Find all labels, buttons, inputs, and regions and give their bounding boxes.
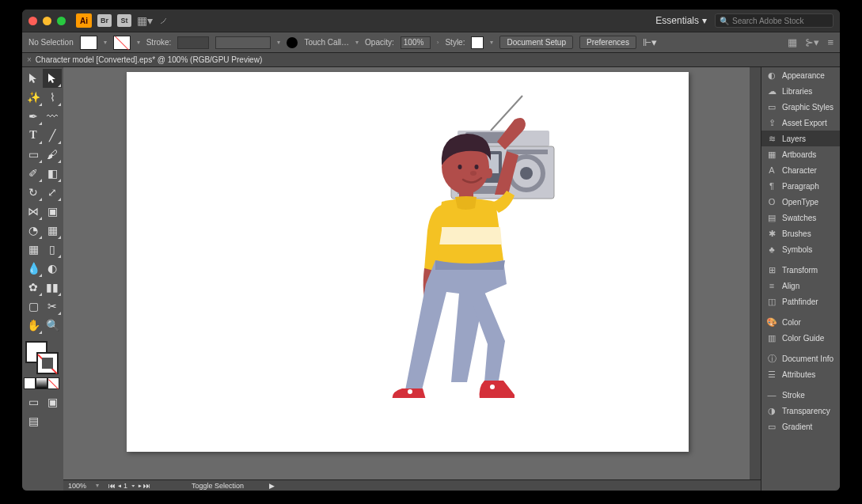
panel-opentype[interactable]: OOpenType [761,194,840,210]
arrange-documents-icon[interactable]: ▦▾ [137,14,153,27]
menu-icon[interactable]: ≡ [827,36,834,48]
gradient-tool[interactable]: ▯ [43,240,62,259]
transform-icon[interactable]: ⊱▾ [805,36,819,48]
panel-color-guide[interactable]: ▥Color Guide [761,330,840,346]
svg-point-18 [408,389,412,394]
rectangle-tool[interactable]: ▭ [24,145,43,164]
artboard-nav[interactable]: ⏮ ◀ 1 ▾ ▶ ⏭ [108,482,150,490]
scale-tool[interactable]: ⤢ [43,183,62,202]
paintbrush-tool[interactable]: 🖌 [43,145,62,164]
panel-paragraph[interactable]: ¶Paragraph [761,178,840,194]
style-swatch[interactable] [471,36,484,49]
canvas-area[interactable]: 100% ▾ ⏮ ◀ 1 ▾ ▶ ⏭ Toggle Selection ▶ [63,67,761,491]
line-segment-tool[interactable]: ╱ [43,126,62,145]
align-icon: ≡ [766,280,777,291]
panel-pathfinder[interactable]: ◫Pathfinder [761,294,840,309]
play-icon[interactable]: ▶ [269,482,275,490]
panel-appearance[interactable]: ◐Appearance [761,67,840,83]
document-setup-button[interactable]: Document Setup [499,36,573,49]
color-mode-none[interactable] [47,377,59,389]
free-transform-tool[interactable]: ▣ [43,202,62,221]
stock-badge[interactable]: St [117,14,131,27]
panel-layers[interactable]: ≋Layers [761,131,840,146]
maximize-window[interactable] [57,17,66,25]
opacity-chevron[interactable]: › [437,39,439,46]
panel-attributes[interactable]: ☰Attributes [761,366,840,382]
zoom-tool[interactable]: 🔍 [43,316,62,335]
fill-swatch[interactable] [80,36,97,50]
preferences-button[interactable]: Preferences [579,36,636,49]
panel-artboards[interactable]: ▦Artboards [761,146,840,162]
panel-swatches[interactable]: ▤Swatches [761,210,840,225]
zoom-level[interactable]: 100% [68,482,86,490]
panel-gradient[interactable]: ▭Gradient [761,419,840,434]
color-mode-gradient[interactable] [36,377,47,389]
stroke-swatch[interactable] [113,36,131,50]
symbol-sprayer-tool[interactable]: ✿ [24,278,43,297]
brush-label[interactable]: Touch Call… [304,38,349,47]
search-stock-input[interactable]: 🔍 Search Adobe Stock [715,13,834,28]
shaper-tool[interactable]: ✐ [24,164,43,183]
panel-symbols[interactable]: ♣Symbols [761,241,840,257]
align-to-icon[interactable]: ⊩▾ [643,36,657,48]
selection-tool[interactable] [24,69,43,88]
color-mode-solid[interactable] [24,377,36,389]
gpu-icon[interactable]: ⟋ [158,14,169,27]
lasso-tool[interactable]: ⌇ [43,88,62,107]
close-window[interactable] [28,17,37,25]
panel-label: Appearance [782,71,825,80]
hand-tool[interactable]: ✋ [24,316,43,335]
panel-brushes[interactable]: ✱Brushes [761,225,840,241]
screen-mode-full[interactable]: ▣ [43,392,62,411]
magic-wand-tool[interactable]: ✨ [24,88,43,107]
snap-icon[interactable]: ▦ [788,36,797,48]
screen-mode-normal[interactable]: ▭ [24,392,43,411]
pen-tool[interactable]: ✒ [24,107,43,126]
panel-label: Libraries [782,87,812,96]
panel-transform[interactable]: ⊞Transform [761,262,840,278]
fill-stroke-control[interactable] [24,339,60,376]
eyedropper-tool[interactable]: 💧 [24,259,43,278]
panel-character[interactable]: ACharacter [761,162,840,178]
artboard[interactable] [127,72,689,452]
width-tool[interactable]: ⋈ [24,202,43,221]
panel-label: Artboards [782,150,816,159]
panel-libraries[interactable]: ☁Libraries [761,83,840,99]
blend-tool[interactable]: ◐ [43,259,62,278]
panel-asset-export[interactable]: ⇪Asset Export [761,115,840,131]
mesh-tool[interactable]: ▦ [24,240,43,259]
rotate-tool[interactable]: ↻ [24,183,43,202]
panel-document-info[interactable]: ⓘDocument Info [761,351,840,366]
titlebar: Ai Br St ▦▾ ⟋ Essentials ▾ 🔍 Search Adob… [22,9,840,32]
character-artwork [127,72,689,452]
document-tab-bar: × Character model [Converted].eps* @ 100… [22,53,840,67]
edit-toolbar[interactable]: ▤ [24,411,43,430]
vertical-scrollbar[interactable] [750,67,761,479]
artboard-tool[interactable]: ▢ [24,297,43,316]
panel-graphic-styles[interactable]: ▭Graphic Styles [761,99,840,115]
panel-transparency[interactable]: ◑Transparency [761,403,840,419]
bridge-badge[interactable]: Br [97,14,112,27]
opacity-input[interactable]: 100% [401,36,431,49]
type-tool[interactable]: T [24,126,43,145]
color-guide-icon: ▥ [766,332,777,343]
stroke-weight-input[interactable] [177,36,209,49]
perspective-grid-tool[interactable]: ▦ [43,221,62,240]
document-tab-title[interactable]: Character model [Converted].eps* @ 100% … [36,55,262,64]
minimize-window[interactable] [43,17,51,25]
character-icon: A [766,165,777,176]
slice-tool[interactable]: ✂ [43,297,62,316]
curvature-tool[interactable]: 〰 [43,107,62,126]
stroke-color[interactable] [36,352,59,374]
close-tab-icon[interactable]: × [27,55,32,64]
workspace-switcher[interactable]: Essentials ▾ [655,15,707,26]
swatches-icon: ▤ [766,212,777,223]
variable-width-profile[interactable] [215,36,271,49]
direct-selection-tool[interactable] [43,69,62,88]
shape-builder-tool[interactable]: ◔ [24,221,43,240]
panel-align[interactable]: ≡Align [761,278,840,294]
panel-color[interactable]: 🎨Color [761,314,840,330]
eraser-tool[interactable]: ◧ [43,164,62,183]
column-graph-tool[interactable]: ▮▮ [43,278,62,297]
panel-stroke[interactable]: —Stroke [761,387,840,403]
